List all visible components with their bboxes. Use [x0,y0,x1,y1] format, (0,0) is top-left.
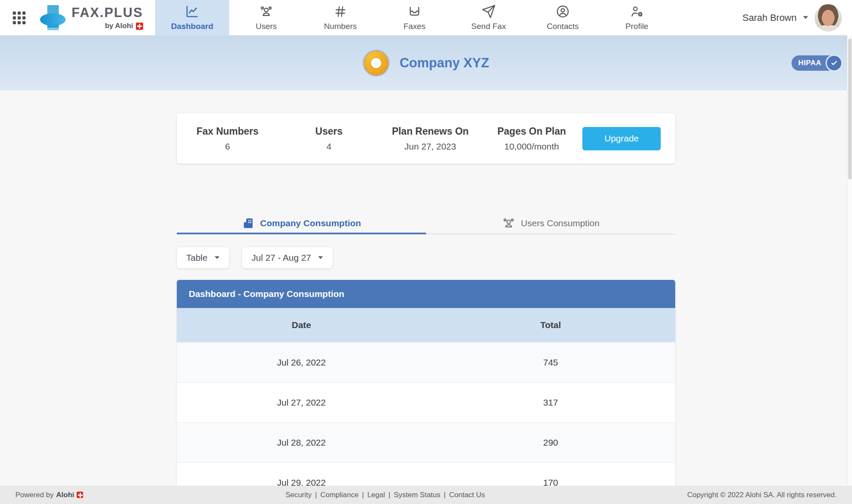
footer-link-compliance[interactable]: Compliance [320,491,359,499]
consumption-tabs: Company Consumption Users Consumption [177,213,675,234]
user-menu[interactable]: Sarah Brown [674,0,852,35]
footer: Powered by Alohi Security|Compliance|Leg… [0,486,852,504]
plan-stats-card: Fax Numbers 6 Users 4 Plan Renews On Jun… [177,113,675,164]
consumption-table: Dashboard - Company Consumption Date Tot… [177,280,675,502]
fax-plus-app: FAX.PLUS by Alohi Dashboard [0,0,852,504]
main-content: Fax Numbers 6 Users 4 Plan Renews On Jun… [177,113,675,502]
brand-name: FAX.PLUS [72,5,143,20]
users-icon [502,216,515,230]
table-column-headers: Date Total [177,308,675,342]
company-header-band: Company XYZ HIPAA [0,35,852,90]
person-circle-icon [556,4,570,19]
company-logo [363,50,389,76]
inbox-tray-icon [407,4,422,19]
column-header-total: Total [426,308,675,342]
avatar[interactable] [815,4,842,32]
nav-item-send-fax[interactable]: Send Fax [452,0,526,35]
brand-byline: by Alohi [105,22,143,30]
user-name: Sarah Brown [743,12,797,23]
building-icon [242,217,255,230]
top-navigation: FAX.PLUS by Alohi Dashboard [0,0,852,35]
date-cell: Jul 27, 2022 [177,383,426,422]
upgrade-button[interactable]: Upgrade [582,127,661,150]
hipaa-badge: HIPAA [792,55,839,71]
filter-row: Table Jul 27 - Aug 27 [177,247,675,268]
total-cell: 290 [426,423,675,462]
nav-item-faxes[interactable]: Faxes [377,0,452,35]
date-cell: Jul 26, 2022 [177,343,426,382]
copyright: Copyright © 2022 Alohi SA. All rights re… [687,491,837,499]
footer-link-contact-us[interactable]: Contact Us [449,491,485,499]
chevron-down-icon [318,256,323,259]
main-nav: Dashboard Users Numbers [155,0,674,35]
nav-left-section: FAX.PLUS by Alohi [0,0,155,35]
date-cell: Jul 28, 2022 [177,423,426,462]
view-type-dropdown[interactable]: Table [177,247,229,268]
nav-item-contacts[interactable]: Contacts [526,0,600,35]
tab-company-consumption[interactable]: Company Consumption [177,213,426,233]
stat-users: Users 4 [278,126,380,152]
footer-link-legal[interactable]: Legal [367,491,385,499]
hash-icon [334,4,347,19]
table-row: Jul 26, 2022 745 [177,342,675,382]
swiss-flag-icon [136,23,143,30]
footer-link-system-status[interactable]: System Status [394,491,440,499]
separator: | [444,491,446,499]
scrollbar-thumb[interactable] [848,39,852,179]
separator: | [389,491,390,499]
table-row: Jul 28, 2022 290 [177,422,675,462]
table-title: Dashboard - Company Consumption [177,280,675,308]
separator: | [362,491,364,499]
table-row: Jul 27, 2022 317 [177,382,675,422]
alohi-brand: Alohi [56,491,75,499]
paper-plane-icon [481,4,496,19]
fax-plus-logo[interactable]: FAX.PLUS by Alohi [40,4,143,32]
app-grid-button[interactable] [11,10,27,26]
person-gear-icon [630,4,644,19]
swiss-flag-icon [77,492,83,498]
nav-item-dashboard[interactable]: Dashboard [155,0,229,35]
nav-item-users[interactable]: Users [229,0,303,35]
brand-text: FAX.PLUS by Alohi [72,5,143,30]
separator: | [315,491,317,499]
stat-fax-numbers: Fax Numbers 6 [177,126,278,152]
stat-pages-on-plan: Pages On Plan 10,000/month [481,126,582,152]
powered-by: Powered by Alohi [15,491,83,499]
date-range-dropdown[interactable]: Jul 27 - Aug 27 [242,247,333,268]
users-icon [259,4,273,19]
grid-icon [11,10,27,26]
total-cell: 317 [426,383,675,422]
footer-link-security[interactable]: Security [285,491,311,499]
total-cell: 745 [426,343,675,382]
tab-users-consumption[interactable]: Users Consumption [426,213,675,233]
footer-links: Security|Compliance|Legal|System Status|… [83,491,687,499]
stat-plan-renews-on: Plan Renews On Jun 27, 2023 [380,126,481,152]
chart-line-icon [185,4,199,19]
scrollbar[interactable] [847,35,852,486]
column-header-date: Date [177,308,426,342]
company-title: Company XYZ [400,55,489,71]
nav-item-numbers[interactable]: Numbers [303,0,377,35]
nav-item-profile[interactable]: Profile [600,0,674,35]
fax-machine-icon [40,4,66,32]
chevron-down-icon [214,256,220,259]
check-circle-icon [826,55,843,72]
chevron-down-icon [803,16,809,20]
